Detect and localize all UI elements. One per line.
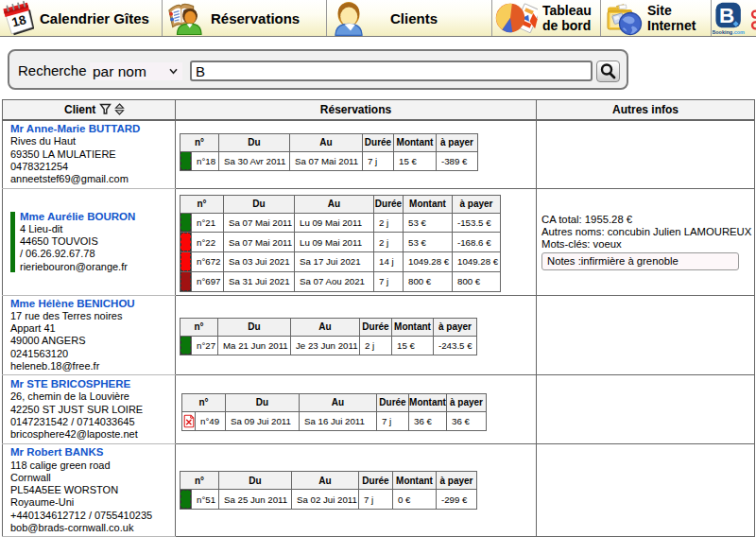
svg-text:B: B bbox=[719, 4, 734, 27]
svg-text:Booking.com: Booking.com bbox=[713, 29, 745, 35]
